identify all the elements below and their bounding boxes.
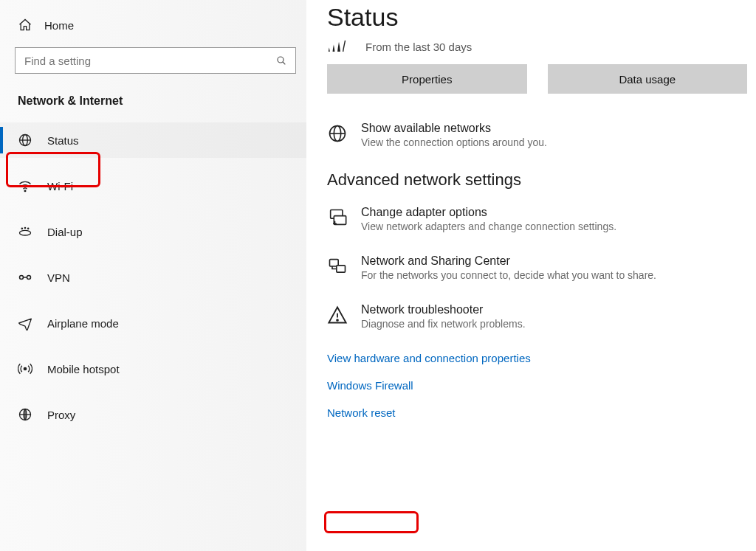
dialup-icon xyxy=(18,224,32,239)
sharing-center-option[interactable]: Network and Sharing Center For the netwo… xyxy=(327,254,747,281)
hotspot-icon xyxy=(18,361,32,376)
sidebar-item-label: Status xyxy=(47,134,79,147)
page-title: Status xyxy=(327,3,747,32)
wifi-icon xyxy=(18,179,32,193)
sidebar-item-label: Mobile hotspot xyxy=(47,363,120,375)
status-summary-row: From the last 30 days xyxy=(327,39,747,54)
sharing-icon xyxy=(327,256,348,277)
sidebar-item-hotspot[interactable]: Mobile hotspot xyxy=(0,351,306,387)
svg-point-9 xyxy=(28,228,29,229)
svg-point-13 xyxy=(24,367,26,370)
airplane-icon xyxy=(18,316,32,330)
proxy-icon xyxy=(18,407,32,422)
status-subtext: From the last 30 days xyxy=(365,41,472,53)
advanced-subheading: Advanced network settings xyxy=(327,170,747,190)
svg-line-1 xyxy=(283,62,285,64)
sidebar-item-label: Proxy xyxy=(47,409,75,421)
properties-button[interactable]: Properties xyxy=(327,64,527,94)
sidebar-item-dialup[interactable]: Dial-up xyxy=(0,214,306,249)
sidebar-item-label: Airplane mode xyxy=(47,317,119,330)
home-nav[interactable]: Home xyxy=(0,13,306,43)
vpn-icon xyxy=(18,270,32,285)
sidebar-item-wifi[interactable]: Wi-Fi xyxy=(0,168,306,204)
svg-point-27 xyxy=(337,319,338,321)
status-icon xyxy=(18,133,32,148)
sidebar-item-airplane[interactable]: Airplane mode xyxy=(0,305,306,341)
search-input[interactable] xyxy=(15,47,296,74)
available-networks-desc: View the connection options around you. xyxy=(361,136,547,148)
svg-point-6 xyxy=(20,230,31,235)
settings-sidebar: Home Network & Internet Status Wi-Fi Dia… xyxy=(0,0,306,551)
sidebar-item-label: VPN xyxy=(47,271,70,284)
data-usage-button[interactable]: Data usage xyxy=(548,64,748,94)
sidebar-item-proxy[interactable]: Proxy xyxy=(0,397,306,432)
signal-icon xyxy=(327,39,352,54)
search-wrap xyxy=(15,47,296,74)
svg-point-7 xyxy=(21,228,22,229)
troubleshooter-option[interactable]: Network troubleshooter Diagnose and fix … xyxy=(327,303,747,330)
firewall-link[interactable]: Windows Firewall xyxy=(327,379,413,392)
troubleshooter-title: Network troubleshooter xyxy=(361,303,526,316)
sidebar-item-label: Dial-up xyxy=(47,226,83,238)
available-networks-option[interactable]: Show available networks View the connect… xyxy=(327,122,747,148)
network-reset-link[interactable]: Network reset xyxy=(327,406,396,419)
svg-rect-25 xyxy=(337,266,346,272)
button-row: Properties Data usage xyxy=(327,64,747,94)
globe-icon xyxy=(327,123,348,144)
adapter-desc: View network adapters and change connect… xyxy=(361,221,616,232)
sharing-title: Network and Sharing Center xyxy=(361,254,656,268)
warning-icon xyxy=(327,305,348,325)
highlight-box-reset xyxy=(324,511,419,533)
home-label: Home xyxy=(44,19,74,32)
sidebar-item-vpn[interactable]: VPN xyxy=(0,260,306,295)
search-icon xyxy=(275,55,287,66)
main-content: Status From the last 30 days Properties … xyxy=(306,0,756,551)
sidebar-item-label: Wi-Fi xyxy=(47,180,73,193)
adapter-icon xyxy=(327,207,348,228)
sharing-desc: For the networks you connect to, decide … xyxy=(361,269,656,281)
svg-point-10 xyxy=(20,276,24,280)
svg-point-5 xyxy=(24,190,26,192)
sidebar-section-title: Network & Internet xyxy=(0,89,306,122)
hardware-link[interactable]: View hardware and connection properties xyxy=(327,352,531,364)
svg-point-0 xyxy=(278,57,284,63)
troubleshooter-desc: Diagnose and fix network problems. xyxy=(361,318,526,330)
adapter-options[interactable]: Change adapter options View network adap… xyxy=(327,206,747,232)
svg-point-11 xyxy=(27,276,31,280)
adapter-title: Change adapter options xyxy=(361,206,616,219)
home-icon xyxy=(18,18,32,32)
available-networks-title: Show available networks xyxy=(361,122,547,135)
svg-point-8 xyxy=(24,227,25,228)
sidebar-item-status[interactable]: Status xyxy=(0,122,306,158)
